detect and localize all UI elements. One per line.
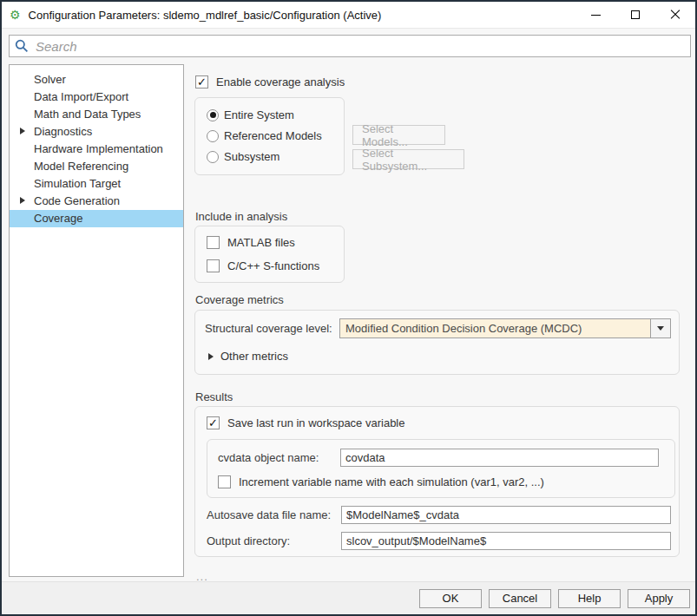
select-subsystem-button[interactable]: Select Subsystem... [352,149,464,169]
referenced-models-label: Referenced Models [224,129,322,142]
sidebar-item-solver[interactable]: Solver [10,71,183,88]
ok-button[interactable]: OK [419,589,482,608]
select-models-button[interactable]: Select Models... [352,125,445,145]
referenced-models-radio[interactable] [207,130,219,142]
results-group: Save last run in workspace variable cvda… [194,406,680,557]
matlab-files-row[interactable]: MATLAB files [207,236,344,249]
c-sfunctions-row[interactable]: C/C++ S-functions [207,259,344,272]
enable-coverage-label: Enable coverage analysis [216,75,345,88]
expand-arrow-icon[interactable] [20,128,25,134]
structural-coverage-level-label: Structural coverage level: [205,322,339,335]
entire-system-radio[interactable] [207,109,219,121]
window-title: Configuration Parameters: sldemo_mdlref_… [29,9,382,22]
autosave-file-name-label: Autosave data file name: [207,508,341,521]
scope-option-subsystem[interactable]: Subsystem [207,150,344,163]
sidebar-item-code-generation[interactable]: Code Generation [10,193,183,210]
scope-group: Entire System Referenced Models Subsyste… [194,97,345,175]
matlab-files-label: MATLAB files [227,236,295,249]
structural-coverage-level-value: Modified Condition Decision Coverage (MC… [340,319,650,337]
increment-variable-label: Increment variable name with each simula… [239,475,544,488]
output-directory-input[interactable] [341,532,671,550]
search-input[interactable] [9,35,691,57]
maximize-icon [631,10,640,19]
autosave-file-name-row: Autosave data file name: [207,506,679,524]
save-last-run-label: Save last run in workspace variable [227,416,405,429]
scope-option-referenced-models[interactable]: Referenced Models [207,129,344,142]
sidebar-item-label: Diagnostics [34,125,92,138]
save-last-run-checkbox[interactable] [207,416,220,429]
sidebar-item-hardware-implementation[interactable]: Hardware Implementation [10,141,183,158]
sidebar-item-diagnostics[interactable]: Diagnostics [10,123,183,141]
output-directory-label: Output directory: [207,534,341,547]
cvdata-object-name-label: cvdata object name: [218,451,340,464]
sidebar-item-simulation-target[interactable]: Simulation Target [10,175,183,193]
apply-button[interactable]: Apply [628,589,690,608]
help-button[interactable]: Help [558,589,621,608]
maximize-button[interactable] [615,2,655,28]
other-metrics-label: Other metrics [220,350,288,363]
subsystem-label: Subsystem [224,150,279,163]
dropdown-arrow-button[interactable] [650,319,670,337]
category-tree: Solver Data Import/Export Math and Data … [9,64,184,577]
footer-bar: OK Cancel Help Apply [2,581,695,614]
sidebar-item-data-import-export[interactable]: Data Import/Export [10,88,183,106]
c-sfunctions-checkbox[interactable] [207,259,220,272]
cvdata-object-name-input[interactable] [340,449,659,467]
include-in-analysis-group: MATLAB files C/C++ S-functions [194,226,345,283]
save-last-run-row[interactable]: Save last run in workspace variable [207,416,679,429]
minimize-icon [591,15,601,16]
dialog-body: Solver Data Import/Export Math and Data … [2,29,695,614]
cvdata-object-name-row: cvdata object name: [218,449,674,467]
entire-system-label: Entire System [224,108,294,121]
scope-option-entire-system[interactable]: Entire System [207,108,344,121]
search-icon [15,39,29,53]
output-directory-row: Output directory: [207,532,679,550]
search-bar [9,35,691,57]
minimize-button[interactable] [575,2,615,28]
enable-coverage-row: Enable coverage analysis [195,75,345,88]
coverage-metrics-group: Structural coverage level: Modified Cond… [194,310,680,375]
coverage-pane: Enable coverage analysis Entire System R… [194,64,681,580]
title-bar: ⚙ Configuration Parameters: sldemo_mdlre… [2,2,695,29]
expand-arrow-icon[interactable] [208,353,214,360]
structural-coverage-level-dropdown[interactable]: Modified Condition Decision Coverage (MC… [339,318,671,338]
increment-variable-checkbox[interactable] [218,475,231,488]
workspace-variable-group: cvdata object name: Increment variable n… [207,439,675,498]
subsystem-radio[interactable] [207,151,219,163]
include-in-analysis-label: Include in analysis [195,210,287,223]
chevron-down-icon [657,326,664,331]
simulink-config-icon: ⚙ [10,9,21,21]
sidebar-item-label: Code Generation [34,194,120,207]
c-sfunctions-label: C/C++ S-functions [227,259,319,272]
configuration-parameters-dialog: ⚙ Configuration Parameters: sldemo_mdlre… [0,0,697,616]
sidebar-item-model-referencing[interactable]: Model Referencing [10,158,183,175]
close-icon [670,10,681,20]
results-label: Results [195,390,233,403]
cancel-button[interactable]: Cancel [489,589,551,608]
structural-coverage-level-row: Structural coverage level: Modified Cond… [205,318,679,338]
other-metrics-row[interactable]: Other metrics [205,350,679,363]
close-button[interactable] [655,2,695,28]
sidebar-item-coverage[interactable]: Coverage [10,210,183,227]
coverage-metrics-label: Coverage metrics [195,293,284,306]
autosave-file-name-input[interactable] [341,506,671,524]
sidebar-item-math-and-data-types[interactable]: Math and Data Types [10,106,183,123]
expand-arrow-icon[interactable] [20,197,25,204]
window-controls [575,2,695,28]
increment-variable-row[interactable]: Increment variable name with each simula… [218,475,674,488]
matlab-files-checkbox[interactable] [207,236,220,249]
enable-coverage-checkbox[interactable] [195,75,208,88]
